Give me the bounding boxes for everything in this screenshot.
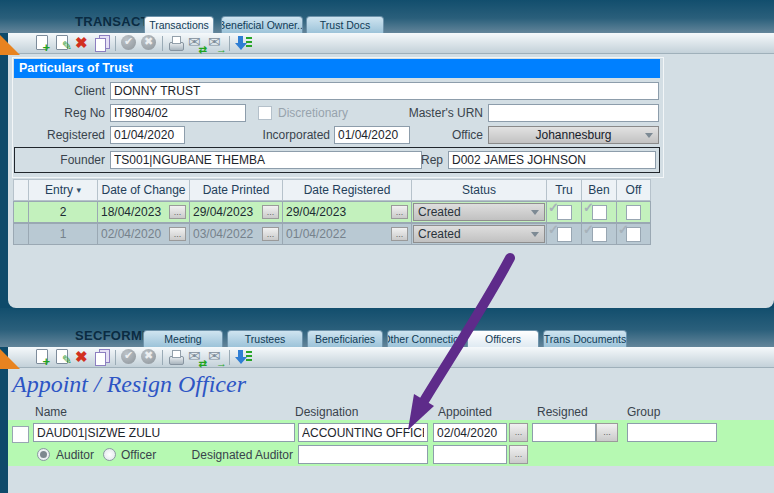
col-tru[interactable]: Tru bbox=[546, 179, 582, 201]
tab-label: Trust Docs bbox=[320, 19, 370, 31]
tab-transactions[interactable]: Transactions bbox=[144, 16, 214, 33]
status-dropdown[interactable]: Created bbox=[413, 203, 545, 221]
col-status[interactable]: Status bbox=[411, 179, 547, 201]
tru-checkbox[interactable] bbox=[557, 227, 572, 242]
resigned-date-field[interactable] bbox=[532, 423, 596, 442]
tab-label: Trustees bbox=[245, 333, 285, 345]
table-row-selected[interactable]: 2 18/04/2023... 29/04/2023... 29/04/2023… bbox=[14, 201, 660, 223]
date-picker-button[interactable]: ... bbox=[169, 227, 186, 241]
discretionary-checkbox[interactable] bbox=[258, 106, 272, 120]
print-icon[interactable] bbox=[167, 34, 185, 52]
cell-date-of-change[interactable]: 02/04/2020... bbox=[97, 223, 190, 245]
new-record-icon[interactable] bbox=[33, 348, 51, 366]
date-picker-button[interactable]: ... bbox=[262, 227, 279, 241]
reg-no-field[interactable] bbox=[110, 104, 246, 122]
export-mail-icon[interactable] bbox=[207, 34, 225, 52]
masters-urn-field[interactable] bbox=[488, 104, 659, 122]
rep-field[interactable] bbox=[448, 151, 656, 169]
row-selector[interactable] bbox=[13, 201, 29, 223]
registered-field[interactable] bbox=[110, 126, 185, 144]
col-date-of-change[interactable]: Date of Change bbox=[97, 179, 190, 201]
founder-field[interactable] bbox=[110, 151, 422, 169]
table-row[interactable]: 1 02/04/2020... 03/04/2022... 01/04/2022… bbox=[14, 223, 660, 245]
sort-records-icon[interactable] bbox=[234, 34, 252, 52]
page-fold-corner-icon bbox=[0, 349, 20, 369]
cell-date-printed[interactable]: 29/04/2023... bbox=[189, 201, 283, 223]
tab-trust-docs[interactable]: Trust Docs bbox=[306, 16, 384, 33]
cancel-icon[interactable] bbox=[140, 348, 158, 366]
tru-checkbox[interactable] bbox=[557, 205, 572, 220]
send-receive-mail-icon[interactable] bbox=[187, 348, 205, 366]
tab-meeting[interactable]: Meeting bbox=[143, 330, 223, 347]
designated-auditor-date-picker-button[interactable]: ... bbox=[509, 445, 528, 464]
client-field[interactable] bbox=[110, 82, 659, 100]
toolbar-separator bbox=[162, 36, 163, 51]
copy-record-icon[interactable] bbox=[93, 34, 111, 52]
row-selector[interactable] bbox=[13, 223, 29, 245]
appointed-date-picker-button[interactable]: ... bbox=[509, 423, 528, 442]
resigned-date-picker-button[interactable]: ... bbox=[596, 423, 618, 442]
tab-beneficial-owner[interactable]: Beneficial Owner... bbox=[221, 16, 303, 33]
col-ben[interactable]: Ben bbox=[581, 179, 617, 201]
date-picker-button[interactable]: ... bbox=[391, 205, 408, 219]
designated-auditor-field[interactable] bbox=[298, 445, 428, 464]
transactions-toolbar bbox=[8, 33, 774, 54]
off-checkbox[interactable] bbox=[626, 227, 641, 242]
tab-other-connections[interactable]: Other Connectio... bbox=[387, 330, 463, 347]
copy-record-icon[interactable] bbox=[93, 348, 111, 366]
cell-status[interactable]: Created bbox=[411, 201, 547, 223]
cell-date-printed[interactable]: 03/04/2022... bbox=[189, 223, 283, 245]
tab-trans-documents[interactable]: Trans Documents bbox=[543, 330, 627, 347]
cell-tru[interactable] bbox=[546, 201, 582, 223]
col-off[interactable]: Off bbox=[616, 179, 651, 201]
date-picker-button[interactable]: ... bbox=[169, 205, 186, 219]
cell-ben[interactable] bbox=[581, 223, 617, 245]
delete-record-icon[interactable] bbox=[73, 34, 91, 52]
officer-name-field[interactable] bbox=[33, 423, 295, 442]
sort-records-icon[interactable] bbox=[234, 348, 252, 366]
cell-status[interactable]: Created bbox=[411, 223, 547, 245]
date-picker-button[interactable]: ... bbox=[262, 205, 279, 219]
cell-tru[interactable] bbox=[546, 223, 582, 245]
sort-arrow-icon[interactable]: ▾ bbox=[76, 185, 81, 195]
officer-radio[interactable] bbox=[103, 448, 116, 461]
ben-checkbox[interactable] bbox=[592, 227, 607, 242]
cell-date-registered[interactable]: 01/04/2022... bbox=[282, 223, 412, 245]
new-record-icon[interactable] bbox=[33, 34, 51, 52]
status-dropdown[interactable]: Created bbox=[413, 225, 545, 243]
appointed-date-field[interactable] bbox=[433, 423, 507, 442]
cell-date-of-change[interactable]: 18/04/2023... bbox=[97, 201, 190, 223]
tab-officers[interactable]: Officers bbox=[467, 330, 539, 347]
registered-label: Registered bbox=[20, 127, 105, 143]
col-date-printed[interactable]: Date Printed bbox=[189, 179, 283, 201]
office-dropdown[interactable]: Johannesburg bbox=[488, 126, 659, 144]
tab-beneficiaries[interactable]: Beneficiaries bbox=[307, 330, 383, 347]
cell-ben[interactable] bbox=[581, 201, 617, 223]
cell-off[interactable] bbox=[616, 223, 651, 245]
cell-date-registered[interactable]: 29/04/2023... bbox=[282, 201, 412, 223]
officer-row-checkbox[interactable] bbox=[12, 426, 29, 443]
col-date-registered[interactable]: Date Registered bbox=[282, 179, 412, 201]
designation-field[interactable] bbox=[298, 423, 428, 442]
group-field[interactable] bbox=[627, 423, 717, 442]
print-icon[interactable] bbox=[167, 348, 185, 366]
col-entry[interactable]: Entry ▾ bbox=[28, 179, 98, 201]
delete-record-icon[interactable] bbox=[73, 348, 91, 366]
confirm-icon[interactable] bbox=[120, 348, 138, 366]
tab-trustees[interactable]: Trustees bbox=[227, 330, 303, 347]
office-value: Johannesburg bbox=[535, 128, 611, 142]
confirm-icon[interactable] bbox=[120, 34, 138, 52]
cell-off[interactable] bbox=[616, 201, 651, 223]
edit-record-icon[interactable] bbox=[53, 34, 71, 52]
cell-value: 01/04/2022 bbox=[286, 227, 346, 241]
export-mail-icon[interactable] bbox=[207, 348, 225, 366]
ben-checkbox[interactable] bbox=[592, 205, 607, 220]
cancel-icon[interactable] bbox=[140, 34, 158, 52]
auditor-radio[interactable] bbox=[37, 448, 50, 461]
designated-auditor-date-field[interactable] bbox=[433, 445, 507, 464]
off-checkbox[interactable] bbox=[626, 205, 641, 220]
incorporated-field[interactable] bbox=[334, 126, 410, 144]
send-receive-mail-icon[interactable] bbox=[187, 34, 205, 52]
date-picker-button[interactable]: ... bbox=[391, 227, 408, 241]
edit-record-icon[interactable] bbox=[53, 348, 71, 366]
